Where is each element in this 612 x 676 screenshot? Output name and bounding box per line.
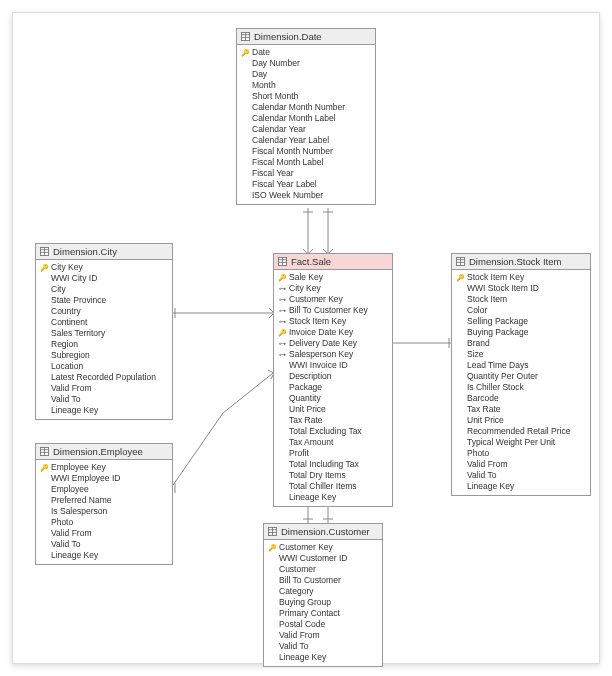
column-item[interactable]: Day Number: [237, 58, 375, 69]
column-item[interactable]: Photo: [452, 448, 590, 459]
column-item[interactable]: Location: [36, 361, 172, 372]
column-item[interactable]: Calendar Month Label: [237, 113, 375, 124]
column-item[interactable]: WWI Stock Item ID: [452, 283, 590, 294]
column-item[interactable]: Brand: [452, 338, 590, 349]
column-item[interactable]: Calendar Year: [237, 124, 375, 135]
column-item[interactable]: Tax Amount: [274, 437, 392, 448]
column-item[interactable]: Total Dry Items: [274, 470, 392, 481]
column-item[interactable]: Valid To: [452, 470, 590, 481]
column-item[interactable]: Lineage Key: [264, 652, 382, 663]
column-item[interactable]: Recommended Retail Price: [452, 426, 590, 437]
column-item[interactable]: Employee: [36, 484, 172, 495]
table-dimension-stock-item[interactable]: Dimension.Stock Item 🔑Stock Item KeyWWI …: [451, 253, 591, 496]
column-item[interactable]: Calendar Month Number: [237, 102, 375, 113]
column-item[interactable]: 🔑Stock Item Key: [452, 272, 590, 283]
column-item[interactable]: City: [36, 284, 172, 295]
column-item[interactable]: 🔑Invoice Date Key: [274, 327, 392, 338]
column-item[interactable]: Category: [264, 586, 382, 597]
column-item[interactable]: Valid To: [36, 539, 172, 550]
column-item[interactable]: 🔑Date: [237, 47, 375, 58]
column-item[interactable]: Valid To: [264, 641, 382, 652]
column-item[interactable]: Quantity: [274, 393, 392, 404]
column-item[interactable]: 🔑City Key: [36, 262, 172, 273]
column-item[interactable]: Valid From: [36, 383, 172, 394]
column-item[interactable]: Valid To: [36, 394, 172, 405]
column-item[interactable]: Fiscal Month Label: [237, 157, 375, 168]
column-item[interactable]: Total Excluding Tax: [274, 426, 392, 437]
column-item[interactable]: WWI Employee ID: [36, 473, 172, 484]
column-item[interactable]: Description: [274, 371, 392, 382]
column-item[interactable]: ⊶City Key: [274, 283, 392, 294]
table-dimension-customer[interactable]: Dimension.Customer 🔑Customer KeyWWI Cust…: [263, 523, 383, 667]
column-item[interactable]: Selling Package: [452, 316, 590, 327]
column-label: Region: [51, 339, 78, 350]
column-item[interactable]: Lineage Key: [36, 550, 172, 561]
column-item[interactable]: Day: [237, 69, 375, 80]
column-label: Lineage Key: [51, 405, 98, 416]
column-item[interactable]: WWI Invoice ID: [274, 360, 392, 371]
column-item[interactable]: Total Including Tax: [274, 459, 392, 470]
table-dimension-date[interactable]: Dimension.Date 🔑DateDay NumberDayMonthSh…: [236, 28, 376, 205]
column-item[interactable]: Valid From: [36, 528, 172, 539]
column-item[interactable]: Fiscal Year: [237, 168, 375, 179]
column-item[interactable]: Valid From: [452, 459, 590, 470]
column-item[interactable]: ⊶Stock Item Key: [274, 316, 392, 327]
column-item[interactable]: ⊶Delivery Date Key: [274, 338, 392, 349]
column-item[interactable]: Tax Rate: [274, 415, 392, 426]
column-item[interactable]: Stock Item: [452, 294, 590, 305]
column-item[interactable]: Lineage Key: [36, 405, 172, 416]
column-item[interactable]: WWI Customer ID: [264, 553, 382, 564]
column-item[interactable]: Tax Rate: [452, 404, 590, 415]
column-item[interactable]: 🔑Sale Key: [274, 272, 392, 283]
column-item[interactable]: Subregion: [36, 350, 172, 361]
column-item[interactable]: ⊶Salesperson Key: [274, 349, 392, 360]
column-item[interactable]: Profit: [274, 448, 392, 459]
column-item[interactable]: Typical Weight Per Unit: [452, 437, 590, 448]
column-item[interactable]: ⊶Bill To Customer Key: [274, 305, 392, 316]
table-fact-sale[interactable]: Fact.Sale 🔑Sale Key⊶City Key⊶Customer Ke…: [273, 253, 393, 507]
column-item[interactable]: Lineage Key: [452, 481, 590, 492]
column-item[interactable]: 🔑Employee Key: [36, 462, 172, 473]
column-item[interactable]: Postal Code: [264, 619, 382, 630]
column-item[interactable]: Preferred Name: [36, 495, 172, 506]
column-item[interactable]: Latest Recorded Population: [36, 372, 172, 383]
column-item[interactable]: Fiscal Month Number: [237, 146, 375, 157]
table-dimension-employee[interactable]: Dimension.Employee 🔑Employee KeyWWI Empl…: [35, 443, 173, 565]
column-item[interactable]: Short Month: [237, 91, 375, 102]
column-item[interactable]: Calendar Year Label: [237, 135, 375, 146]
column-item[interactable]: Primary Contact: [264, 608, 382, 619]
column-item[interactable]: Bill To Customer: [264, 575, 382, 586]
column-item[interactable]: ISO Week Number: [237, 190, 375, 201]
column-item[interactable]: State Province: [36, 295, 172, 306]
column-item[interactable]: Lead Time Days: [452, 360, 590, 371]
column-item[interactable]: Buying Package: [452, 327, 590, 338]
column-item[interactable]: Lineage Key: [274, 492, 392, 503]
column-item[interactable]: Fiscal Year Label: [237, 179, 375, 190]
column-item[interactable]: Country: [36, 306, 172, 317]
column-item[interactable]: Unit Price: [274, 404, 392, 415]
column-item[interactable]: Unit Price: [452, 415, 590, 426]
field-list: 🔑Employee KeyWWI Employee IDEmployeePref…: [36, 460, 172, 564]
column-item[interactable]: WWI City ID: [36, 273, 172, 284]
column-item[interactable]: Is Salesperson: [36, 506, 172, 517]
column-item[interactable]: Valid From: [264, 630, 382, 641]
column-item[interactable]: Quantity Per Outer: [452, 371, 590, 382]
column-item[interactable]: Color: [452, 305, 590, 316]
column-item[interactable]: Package: [274, 382, 392, 393]
column-item[interactable]: Sales Territory: [36, 328, 172, 339]
table-dimension-city[interactable]: Dimension.City 🔑City KeyWWI City IDCityS…: [35, 243, 173, 420]
column-item[interactable]: Region: [36, 339, 172, 350]
column-item[interactable]: Continent: [36, 317, 172, 328]
column-item[interactable]: ⊶Customer Key: [274, 294, 392, 305]
column-item[interactable]: 🔑Customer Key: [264, 542, 382, 553]
column-item[interactable]: Barcode: [452, 393, 590, 404]
column-label: Bill To Customer Key: [289, 305, 368, 316]
column-item[interactable]: Customer: [264, 564, 382, 575]
column-item[interactable]: Month: [237, 80, 375, 91]
field-list: 🔑Customer KeyWWI Customer IDCustomerBill…: [264, 540, 382, 666]
column-item[interactable]: Total Chiller Items: [274, 481, 392, 492]
column-item[interactable]: Is Chiller Stock: [452, 382, 590, 393]
column-item[interactable]: Size: [452, 349, 590, 360]
column-item[interactable]: Photo: [36, 517, 172, 528]
column-item[interactable]: Buying Group: [264, 597, 382, 608]
